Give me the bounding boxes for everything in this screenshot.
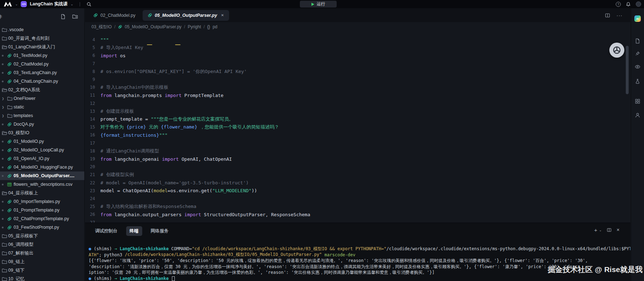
file-tree-item[interactable]: 01_LangChain快速入门: [0, 43, 85, 51]
ai-assistant-floating-button[interactable]: [609, 43, 624, 58]
file-tree-item[interactable]: .vscode: [0, 25, 85, 34]
file-tree-item[interactable]: ❯templates: [0, 111, 85, 120]
file-tree-item[interactable]: 09_链下: [0, 266, 85, 275]
tab-network-service[interactable]: 网络服务: [147, 226, 172, 236]
split-editor-icon[interactable]: [605, 13, 610, 18]
code-line[interactable]: 15对于售价为 {price} 元的 {flower_name} ，您能提供一个…: [85, 123, 630, 131]
code-line[interactable]: 8# os.environ["OPENAI_API_KEY"] = '你的Ope…: [85, 68, 630, 76]
close-tab-icon[interactable]: ✕: [221, 13, 224, 17]
code-line[interactable]: 27: [85, 219, 630, 223]
file-tree-item[interactable]: 02_ChatModel.py: [0, 60, 85, 68]
file-tree-item[interactable]: 02_ModelIO_LoopCall.py: [0, 146, 85, 154]
code-line[interactable]: 22# model = OpenAI(model_name='gpt-3.5-t…: [85, 179, 630, 187]
file-tree-item[interactable]: 05_提示模板下: [0, 232, 85, 240]
file-tree-item[interactable]: 02_文档QA系统: [0, 86, 85, 94]
code-line[interactable]: 12: [85, 100, 630, 107]
file-tree-item[interactable]: 00_开篇词_奇点时刻: [0, 34, 85, 43]
file-tree-item[interactable]: 00_ImportTemplates.py: [0, 197, 85, 206]
file-tree-item[interactable]: 03_模型IO: [0, 129, 85, 137]
breadcrumb-symbol[interactable]: pd: [213, 24, 217, 29]
tab-05-modelio-outputparser[interactable]: 05_ModelIO_OutputParser.py ✕: [143, 10, 229, 21]
user-icon[interactable]: [635, 113, 640, 118]
code-line[interactable]: 14prompt_template = """您是一位专业的鲜花店文案撰写员。: [85, 115, 630, 123]
code-line[interactable]: 6import os: [85, 52, 630, 59]
file-tree-item[interactable]: 04_提示模板上: [0, 189, 85, 197]
code-line[interactable]: 11from langchain.prompts import PromptTe…: [85, 91, 630, 99]
file-tree-item[interactable]: flowers_with_descriptions.csv: [0, 180, 85, 189]
file-tree-item[interactable]: 08_链上: [0, 257, 85, 266]
code-line[interactable]: 17: [85, 139, 630, 147]
file-tree-item[interactable]: 03_FewShotPrompt.py: [0, 223, 85, 232]
code-line[interactable]: 23model = ChatOpenAI(model=os.environ.ge…: [85, 187, 630, 195]
project-name[interactable]: LangChain 实战课: [30, 1, 68, 7]
file-tree-item[interactable]: 07_解析输出: [0, 249, 85, 257]
code-line[interactable]: 26from langchain.output_parsers import S…: [85, 210, 630, 218]
bell-icon[interactable]: [626, 2, 631, 7]
split-terminal-icon[interactable]: [607, 228, 611, 232]
marscode-logo-icon[interactable]: [4, 1, 12, 7]
file-tree-item[interactable]: 10_记忆: [0, 275, 85, 281]
tab-02-chatmodel[interactable]: 02_ChatModel.py: [88, 10, 140, 21]
search-icon[interactable]: [86, 2, 91, 7]
code-line[interactable]: 19from langchain_openai import OpenAI, C…: [85, 155, 630, 163]
code-line[interactable]: 4""": [85, 36, 630, 44]
chevron-down-icon[interactable]: ⌄: [15, 3, 18, 6]
chevron-down-icon[interactable]: ⌄: [70, 3, 73, 6]
document-icon[interactable]: [635, 38, 640, 44]
new-file-icon[interactable]: [60, 13, 66, 20]
code-line[interactable]: 20: [85, 163, 630, 171]
code-text: # 创建提示模板: [100, 108, 134, 115]
file-tree-item[interactable]: 03_OpenAI_IO.py: [0, 154, 85, 163]
file-tree-item[interactable]: 01_PromptTemplate.py: [0, 206, 85, 214]
folder-icon: [2, 251, 8, 256]
new-terminal-icon[interactable]: +: [594, 227, 597, 233]
file-tree-item[interactable]: ❯static: [0, 103, 85, 111]
file-tree-item[interactable]: 03_TextLangChain.py: [0, 68, 85, 77]
terminal-output[interactable]: ● (shims) → LangChain-shizhanke COMMAND=…: [85, 239, 630, 281]
code-line[interactable]: 9: [85, 76, 630, 83]
code-line[interactable]: 21# 创建模型实例: [85, 171, 630, 179]
chevron-right-icon[interactable]: ❯: [2, 106, 7, 109]
terminal-dropdown-icon[interactable]: ⌄: [599, 228, 602, 232]
ai-assistant-icon[interactable]: AI: [634, 15, 641, 22]
file-tree-item[interactable]: 06_调用模型: [0, 240, 85, 249]
file-tree-item[interactable]: 02_ChatPromptTemplate.py: [0, 214, 85, 223]
tab-terminal[interactable]: 终端: [126, 226, 142, 236]
eye-icon[interactable]: [635, 65, 640, 69]
file-label: .vscode: [8, 27, 24, 32]
breadcrumb-file[interactable]: 05_ModelIO_OutputParser.py: [125, 24, 182, 29]
help-icon[interactable]: ?: [616, 2, 621, 7]
breadcrumb-folder[interactable]: 03_模型IO: [91, 24, 112, 30]
run-button[interactable]: 运行: [300, 1, 337, 8]
code-line[interactable]: 16{format_instructions}""": [85, 131, 630, 139]
user-avatar[interactable]: [636, 1, 641, 7]
code-line[interactable]: 7: [85, 60, 630, 68]
file-tree-item[interactable]: ❯OneFlower: [0, 94, 85, 103]
code-line[interactable]: 25# 导入结构化输出解析器和ResponseSchema: [85, 203, 630, 210]
project-app-icon[interactable]: </>: [21, 1, 27, 7]
file-tree-item[interactable]: 01_ModelIO.py: [0, 137, 85, 146]
breadcrumb-language-server[interactable]: Pyright: [188, 24, 201, 29]
code-editor[interactable]: 4"""5# 导入OpenAI Key6import os78# os.envi…: [85, 32, 630, 223]
extensions-grid-icon[interactable]: [635, 99, 640, 104]
file-tree-item[interactable]: 04_ChatLongChain.py: [0, 77, 85, 86]
new-folder-icon[interactable]: [72, 13, 78, 20]
file-tree-item[interactable]: 05_ModelIO_OutputParser....: [0, 171, 85, 180]
code-text: # 通过LangChain调用模型: [100, 148, 159, 154]
file-tree-item[interactable]: 04_ModelIO_HuggingFace.py: [0, 163, 85, 171]
close-panel-icon[interactable]: ✕: [616, 228, 620, 232]
explorer-title-fragment: 件: [0, 14, 2, 20]
file-tree-item[interactable]: 01_TextModel.py: [0, 51, 85, 60]
beaker-icon[interactable]: [635, 79, 640, 84]
code-line[interactable]: 10# 导入LangChain中的提示模板: [85, 83, 630, 91]
pin-icon[interactable]: [635, 51, 640, 56]
code-line[interactable]: 13# 创建提示模板: [85, 107, 630, 115]
more-actions-icon[interactable]: ···: [616, 13, 623, 18]
tab-debug-console[interactable]: 调试控制台: [91, 226, 121, 236]
code-line[interactable]: 18# 通过LangChain调用模型: [85, 147, 630, 155]
file-tree-item[interactable]: DocQA.py: [0, 120, 85, 129]
code-line[interactable]: 5# 导入OpenAI Key: [85, 44, 630, 52]
code-line[interactable]: 24: [85, 195, 630, 203]
chevron-right-icon[interactable]: ❯: [2, 114, 7, 117]
chevron-right-icon[interactable]: ❯: [2, 97, 7, 100]
